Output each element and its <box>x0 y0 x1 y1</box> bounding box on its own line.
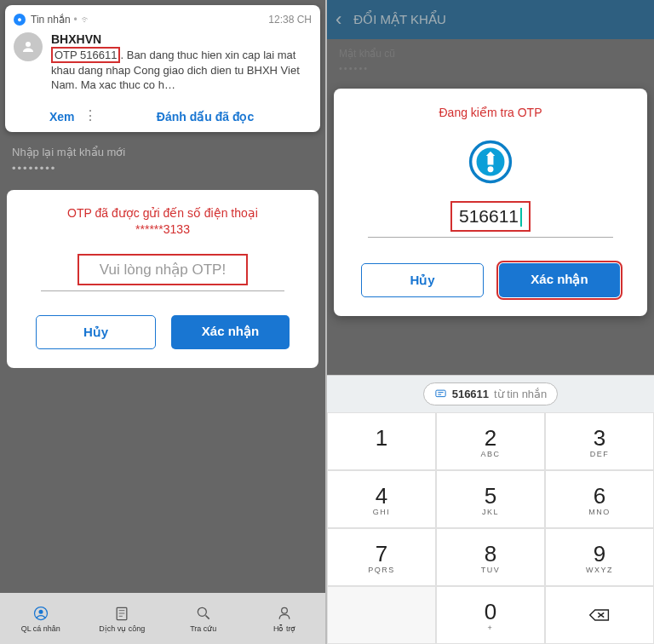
key-9[interactable]: 9WXYZ <box>545 528 654 586</box>
otp-verify-card: Đang kiểm tra OTP 516611 Hủy Xác nhận <box>334 89 647 316</box>
otp-entry-card: OTP đã được gửi đến số điện thoại ******… <box>7 190 318 368</box>
sms-view-button[interactable]: Xem <box>14 110 82 124</box>
otp-checking-title: Đang kiểm tra OTP <box>346 106 635 119</box>
sms-message: OTP 516611. Ban dang thuc hien xin cap l… <box>51 48 312 93</box>
background-form-field: Nhập lại mật khẩu mới •••••••• <box>0 137 325 183</box>
otp-suggestion-chip[interactable]: 516611 từ tin nhắn <box>423 382 559 405</box>
avatar-icon <box>14 32 43 61</box>
key-2[interactable]: 2ABC <box>436 412 545 470</box>
key-6[interactable]: 6MNO <box>545 470 654 528</box>
backspace-icon <box>588 607 611 624</box>
svg-line-8 <box>205 615 209 618</box>
key-5[interactable]: 5JKL <box>436 470 545 528</box>
sms-sender: BHXHVN <box>51 32 312 46</box>
phone-screen-left: ● Tin nhắn • ᯤ 12:38 CH BHXHVN OTP 51661… <box>0 0 327 644</box>
key-7[interactable]: 7PQRS <box>327 528 436 586</box>
key-4[interactable]: 4GHI <box>327 470 436 528</box>
bhxh-logo-icon <box>468 140 513 184</box>
sms-app-name: Tin nhắn <box>31 14 71 26</box>
confirm-button[interactable]: Xác nhận <box>171 315 290 349</box>
otp-sent-message: OTP đã được gửi đến số điện thoại ******… <box>19 205 307 239</box>
cancel-button[interactable]: Hủy <box>361 263 484 297</box>
otp-input[interactable]: Vui lòng nhập OTP! <box>77 254 248 285</box>
key-8[interactable]: 8TUV <box>436 528 545 586</box>
message-icon <box>434 388 447 400</box>
key-1[interactable]: 1 <box>327 412 436 470</box>
app-header: ‹ ĐỔI MẬT KHẨU <box>327 0 654 39</box>
back-icon[interactable]: ‹ <box>336 9 341 31</box>
svg-point-0 <box>26 42 31 47</box>
otp-value-input[interactable]: 516611 <box>450 201 531 232</box>
sms-more-icon[interactable]: ⋮ <box>82 110 99 124</box>
sms-time: 12:38 CH <box>268 14 312 26</box>
key-3[interactable]: 3DEF <box>545 412 654 470</box>
nav-support[interactable]: Hỗ trợ <box>244 593 326 644</box>
nav-services[interactable]: Dịch vụ công <box>82 593 164 644</box>
cancel-button[interactable]: Hủy <box>36 315 156 349</box>
svg-point-12 <box>488 166 494 172</box>
key-0[interactable]: 0+ <box>436 586 545 644</box>
numeric-keypad: 1 2ABC 3DEF 4GHI 5JKL 6MNO 7PQRS 8TUV 9W… <box>327 412 654 644</box>
sms-app-icon: ● <box>14 14 26 26</box>
nav-lookup[interactable]: Tra cứu <box>163 593 244 644</box>
keyboard-suggestion-bar: 516611 từ tin nhắn <box>327 375 654 412</box>
sms-otp-highlight: OTP 516611 <box>51 47 120 63</box>
page-title: ĐỔI MẬT KHẨU <box>353 12 445 27</box>
key-blank <box>327 586 436 644</box>
sms-notification-card[interactable]: ● Tin nhắn • ᯤ 12:38 CH BHXHVN OTP 51661… <box>5 5 320 132</box>
bottom-nav: QL cá nhân Dịch vụ công Tra cứu Hỗ trợ <box>0 593 325 644</box>
nav-personal[interactable]: QL cá nhân <box>0 593 82 644</box>
svg-point-2 <box>38 609 43 613</box>
svg-point-9 <box>282 607 288 613</box>
phone-screen-right: ‹ ĐỔI MẬT KHẨU Mật khẩu cũ •••••• Đang k… <box>327 0 654 644</box>
text-cursor <box>520 208 522 227</box>
key-backspace[interactable] <box>545 586 654 644</box>
sms-header: ● Tin nhắn • ᯤ 12:38 CH <box>14 14 312 26</box>
sms-mark-read-button[interactable]: Đánh dấu đã đọc <box>99 110 312 124</box>
svg-rect-13 <box>436 390 445 397</box>
confirm-button[interactable]: Xác nhận <box>499 263 620 297</box>
svg-point-7 <box>198 607 206 616</box>
background-old-password-field: Mật khẩu cũ •••••• <box>327 39 654 82</box>
